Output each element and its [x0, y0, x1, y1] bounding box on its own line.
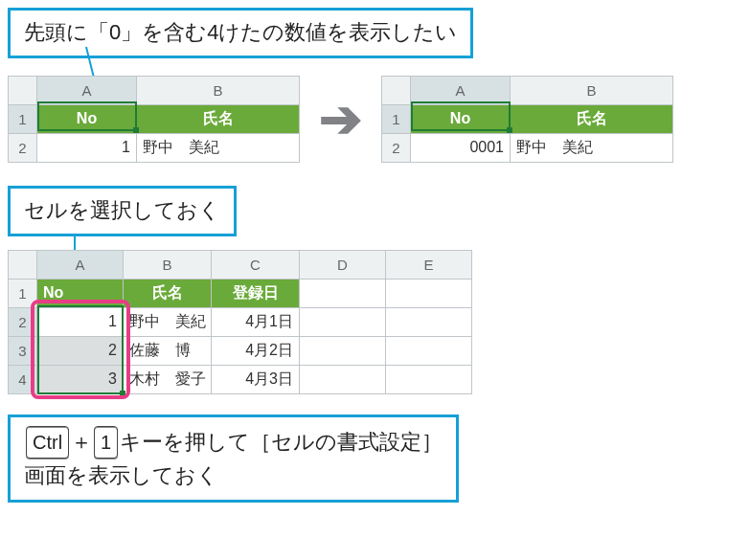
callout-text-1: キーを押して［セルの書式設定］: [120, 430, 443, 454]
row-header-1[interactable]: 1: [9, 279, 37, 307]
corner-cell: [9, 76, 37, 104]
cell-b2[interactable]: 野中 美紀: [511, 133, 673, 162]
cell-b1[interactable]: 氏名: [137, 104, 300, 133]
sheet-before: A B 1 No 氏名 2 1 野中 美紀: [8, 76, 300, 163]
column-header-e[interactable]: E: [386, 250, 472, 279]
column-header-c[interactable]: C: [212, 250, 300, 279]
cell-b4[interactable]: 木村 愛子: [124, 365, 212, 393]
row-header-3[interactable]: 3: [9, 336, 37, 365]
cell-e2[interactable]: [386, 307, 472, 336]
cell-a2[interactable]: 1: [37, 307, 124, 336]
callout-text-2: 画面を表示しておく: [24, 463, 218, 487]
cell-e4[interactable]: [386, 365, 472, 393]
callout-description-top: 先頭に「0」を含む4けたの数値を表示したい: [8, 8, 473, 58]
spreadsheet: A B C D E 1 No 氏名 登録日 2 1 野中 美紀 4月1日 3 2…: [8, 250, 472, 394]
cell-b1[interactable]: 氏名: [124, 279, 212, 307]
callout-shortcut: Ctrl＋1キーを押して［セルの書式設定］ 画面を表示しておく: [8, 414, 459, 503]
cell-d3[interactable]: [300, 336, 386, 365]
row-header-1[interactable]: 1: [382, 104, 411, 133]
spreadsheet: A B 1 No 氏名 2 0001 野中 美紀: [381, 76, 673, 163]
column-header-a[interactable]: A: [37, 76, 137, 104]
cell-b2[interactable]: 野中 美紀: [124, 307, 212, 336]
row-header-2[interactable]: 2: [9, 133, 37, 162]
sheet-selection: A B C D E 1 No 氏名 登録日 2 1 野中 美紀 4月1日 3 2…: [8, 250, 472, 394]
cell-a2[interactable]: 0001: [411, 133, 511, 162]
cell-a4[interactable]: 3: [37, 365, 124, 393]
corner-cell: [382, 76, 411, 104]
row-header-2[interactable]: 2: [9, 307, 37, 336]
cell-e1[interactable]: [386, 279, 472, 307]
cell-b3[interactable]: 佐藤 博: [124, 336, 212, 365]
cell-d2[interactable]: [300, 307, 386, 336]
cell-a3[interactable]: 2: [37, 336, 124, 365]
cell-a2[interactable]: 1: [37, 133, 137, 162]
row-header-2[interactable]: 2: [382, 133, 411, 162]
column-header-a[interactable]: A: [411, 76, 511, 104]
cell-a1[interactable]: No: [37, 279, 124, 307]
column-header-b[interactable]: B: [511, 76, 673, 104]
column-header-b[interactable]: B: [124, 250, 212, 279]
column-header-b[interactable]: B: [137, 76, 300, 104]
cell-c1[interactable]: 登録日: [212, 279, 300, 307]
cell-b2[interactable]: 野中 美紀: [137, 133, 300, 162]
arrow-before-after: ➔: [319, 93, 362, 145]
row-header-1[interactable]: 1: [9, 104, 37, 133]
cell-d4[interactable]: [300, 365, 386, 393]
cell-c4[interactable]: 4月3日: [212, 365, 300, 393]
key-1: 1: [94, 426, 118, 459]
cell-b1[interactable]: 氏名: [511, 104, 673, 133]
spreadsheet: A B 1 No 氏名 2 1 野中 美紀: [8, 76, 300, 163]
cell-c2[interactable]: 4月1日: [212, 307, 300, 336]
sheet-after: A B 1 No 氏名 2 0001 野中 美紀: [381, 76, 673, 163]
plus-sign: ＋: [71, 430, 92, 454]
row-header-4[interactable]: 4: [9, 365, 37, 393]
callout-select-cell: セルを選択しておく: [8, 186, 237, 236]
cell-c3[interactable]: 4月2日: [212, 336, 300, 365]
key-ctrl: Ctrl: [26, 426, 69, 459]
cell-a1[interactable]: No: [411, 104, 511, 133]
column-header-d[interactable]: D: [300, 250, 386, 279]
column-header-a[interactable]: A: [37, 250, 124, 279]
cell-a1[interactable]: No: [37, 104, 137, 133]
cell-d1[interactable]: [300, 279, 386, 307]
corner-cell: [9, 250, 37, 279]
cell-e3[interactable]: [386, 336, 472, 365]
